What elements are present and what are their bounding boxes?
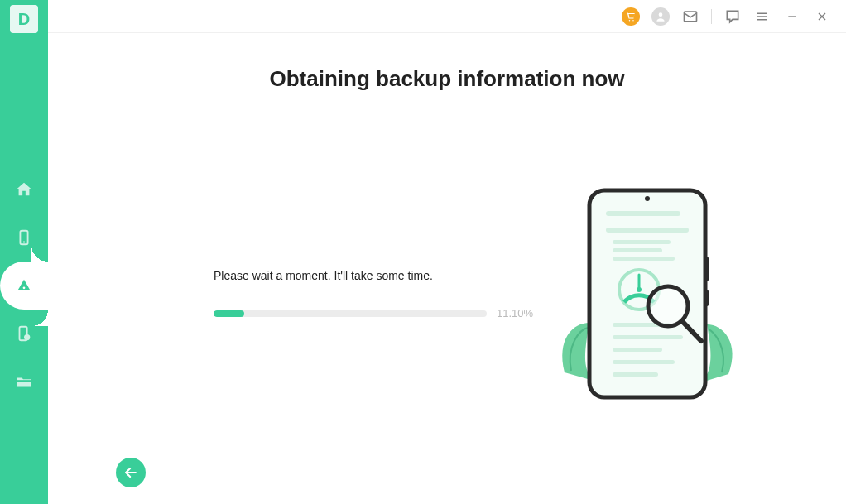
menu-icon — [755, 9, 770, 24]
user-icon — [651, 7, 670, 26]
phone-outline-icon — [589, 190, 705, 397]
svg-rect-20 — [613, 240, 671, 244]
nav-device-alert[interactable]: ! — [0, 310, 48, 358]
sidebar: D ! — [0, 0, 48, 504]
mail-button[interactable] — [678, 4, 703, 29]
svg-text:!: ! — [26, 335, 28, 340]
nav-cloud-backup[interactable] — [0, 262, 48, 310]
nav-home[interactable] — [0, 166, 48, 214]
back-button[interactable] — [116, 458, 146, 487]
svg-point-7 — [659, 12, 663, 17]
wait-message: Please wait a moment. It'll take some ti… — [214, 269, 536, 282]
cloud-icon — [15, 276, 33, 295]
mail-icon — [682, 8, 699, 25]
svg-rect-19 — [606, 228, 689, 233]
titlebar-divider — [711, 9, 712, 24]
svg-rect-18 — [606, 211, 680, 216]
home-icon — [15, 180, 33, 199]
progress-row: 11.10% — [214, 307, 536, 319]
svg-rect-27 — [613, 372, 658, 377]
chat-icon — [724, 8, 741, 25]
svg-rect-21 — [613, 248, 662, 252]
svg-rect-17 — [705, 290, 709, 306]
svg-rect-22 — [613, 257, 675, 261]
progress-percent: 11.10% — [497, 307, 533, 319]
titlebar — [48, 0, 846, 33]
minimize-button[interactable] — [780, 4, 805, 29]
progress-section: Please wait a moment. It'll take some ti… — [214, 269, 536, 319]
cart-button[interactable] — [618, 4, 643, 29]
content: Obtaining backup information now Please … — [48, 33, 846, 504]
progress-bar — [214, 310, 487, 317]
logo-letter: D — [18, 10, 30, 29]
svg-rect-6 — [17, 380, 31, 382]
svg-point-2 — [23, 286, 26, 289]
app-logo: D — [10, 5, 38, 33]
folder-icon — [15, 372, 33, 391]
phone-alert-icon: ! — [15, 324, 33, 343]
progress-fill — [214, 310, 244, 317]
user-button[interactable] — [648, 4, 673, 29]
close-icon — [815, 10, 829, 23]
phone-illustration — [548, 182, 747, 417]
cart-icon — [622, 7, 640, 26]
page-title: Obtaining backup information now — [48, 66, 846, 92]
svg-point-15 — [645, 196, 650, 201]
menu-button[interactable] — [750, 4, 775, 29]
minimize-icon — [786, 10, 799, 23]
svg-rect-25 — [613, 348, 662, 352]
feedback-button[interactable] — [720, 4, 745, 29]
svg-point-29 — [637, 287, 642, 292]
main-area: Obtaining backup information now Please … — [48, 0, 846, 504]
svg-rect-24 — [613, 335, 683, 339]
nav-folder[interactable] — [0, 358, 48, 406]
svg-rect-26 — [613, 360, 675, 364]
svg-rect-16 — [705, 257, 709, 281]
phone-icon — [15, 228, 33, 247]
close-button[interactable] — [810, 4, 834, 29]
arrow-left-icon — [123, 464, 139, 481]
